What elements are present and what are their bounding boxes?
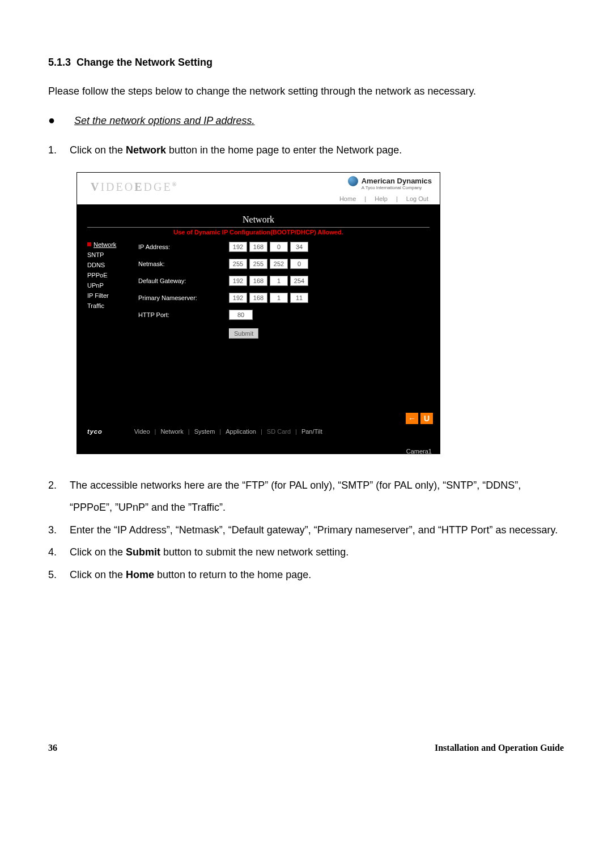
u-button[interactable]: U bbox=[420, 413, 433, 424]
bullet-icon: ● bbox=[48, 114, 55, 126]
dns-octet-2[interactable] bbox=[249, 293, 267, 303]
sidebar-item-upnp[interactable]: UPnP bbox=[87, 282, 129, 289]
step-2: 2. The accessible networks here are the … bbox=[48, 474, 564, 519]
bottom-tabs: tyco Video| Network| System| Application… bbox=[77, 426, 440, 437]
netmask-label: Netmask: bbox=[138, 260, 229, 267]
dns-octet-4[interactable] bbox=[290, 293, 308, 303]
dns-octet-3[interactable] bbox=[270, 293, 288, 303]
http-port-input[interactable] bbox=[229, 310, 253, 320]
tab-application[interactable]: Application bbox=[221, 428, 261, 435]
page-title: Network bbox=[77, 215, 440, 225]
tyco-logo: tyco bbox=[87, 428, 103, 435]
top-links: Home | Help | Log Out bbox=[336, 195, 432, 202]
back-button[interactable]: ← bbox=[406, 413, 418, 424]
brand-subtitle: A Tyco International Company bbox=[362, 185, 432, 190]
submit-button[interactable]: Submit bbox=[229, 328, 258, 339]
brand-name: American Dynamics bbox=[362, 177, 432, 185]
sidebar-item-pppoe[interactable]: PPPoE bbox=[87, 272, 129, 279]
gw-octet-3[interactable] bbox=[270, 276, 288, 286]
step-text: The accessible networks here are the “FT… bbox=[70, 474, 564, 519]
step-text: Enter the “IP Address”, “Netmask”, “Defa… bbox=[70, 519, 564, 542]
help-link[interactable]: Help bbox=[375, 195, 388, 202]
active-marker-icon bbox=[87, 242, 91, 246]
sidebar-item-sntp[interactable]: SNTP bbox=[87, 251, 129, 258]
section-heading: 5.1.3 Change the Network Setting bbox=[48, 57, 564, 69]
camera-label: Camera1 bbox=[406, 448, 432, 455]
mask-octet-2[interactable] bbox=[249, 259, 267, 269]
gateway-label: Default Gateway: bbox=[138, 277, 229, 284]
tab-system[interactable]: System bbox=[190, 428, 220, 435]
step-text: Click on the Submit button to submit the… bbox=[70, 541, 564, 564]
action-badges: ← U bbox=[406, 413, 433, 424]
divider bbox=[87, 227, 430, 228]
dns-label: Primary Nameserver: bbox=[138, 294, 229, 301]
mask-octet-3[interactable] bbox=[270, 259, 288, 269]
brand-block: American Dynamics A Tyco International C… bbox=[348, 176, 432, 190]
tab-pantilt[interactable]: Pan/Tilt bbox=[297, 428, 327, 435]
step-number: 1. bbox=[48, 139, 70, 162]
step-number: 5. bbox=[48, 564, 70, 587]
sidebar-item-network[interactable]: Network bbox=[87, 241, 129, 248]
ip-octet-3[interactable] bbox=[270, 242, 288, 252]
page-number: 36 bbox=[48, 743, 57, 753]
step-5: 5. Click on the Home button to return to… bbox=[48, 564, 564, 587]
arrow-left-icon: ← bbox=[408, 414, 416, 423]
footer-title: Installation and Operation Guide bbox=[435, 743, 564, 753]
ip-octet-4[interactable] bbox=[290, 242, 308, 252]
gw-octet-2[interactable] bbox=[249, 276, 267, 286]
dns-octet-1[interactable] bbox=[229, 293, 247, 303]
ip-octet-2[interactable] bbox=[249, 242, 267, 252]
bullet-text: Set the network options and IP address. bbox=[74, 115, 255, 127]
section-number: 5.1.3 bbox=[48, 57, 71, 68]
step-text: Click on the Home button to return to th… bbox=[70, 564, 564, 587]
home-link[interactable]: Home bbox=[339, 195, 356, 202]
sidebar: Network SNTP DDNS PPPoE UPnP IP Filter T… bbox=[87, 241, 129, 339]
videoedge-logo: VIDEOEDGE® bbox=[91, 181, 176, 194]
step-3: 3. Enter the “IP Address”, “Netmask”, “D… bbox=[48, 519, 564, 542]
dhcp-warning: Use of Dynamic IP Configuration(BOOTP/DH… bbox=[77, 229, 440, 236]
ip-address-label: IP Address: bbox=[138, 243, 229, 250]
network-form: IP Address: Netmask: bbox=[129, 241, 430, 339]
section-title: Change the Network Setting bbox=[76, 57, 212, 68]
intro-text: Please follow the steps below to change … bbox=[48, 85, 564, 97]
gw-octet-1[interactable] bbox=[229, 276, 247, 286]
step-number: 4. bbox=[48, 541, 70, 564]
tab-sdcard[interactable]: SD Card bbox=[262, 428, 295, 435]
globe-icon bbox=[348, 176, 358, 186]
network-settings-screenshot: VIDEOEDGE® American Dynamics A Tyco Inte… bbox=[76, 172, 440, 454]
step-text: Click on the Network button in the home … bbox=[70, 139, 564, 162]
bullet-item: ● Set the network options and IP address… bbox=[48, 114, 564, 127]
mask-octet-1[interactable] bbox=[229, 259, 247, 269]
sidebar-item-traffic[interactable]: Traffic bbox=[87, 302, 129, 309]
mask-octet-4[interactable] bbox=[290, 259, 308, 269]
step-1: 1. Click on the Network button in the ho… bbox=[48, 139, 564, 162]
page-footer: 36 Installation and Operation Guide bbox=[48, 743, 564, 753]
step-4: 4. Click on the Submit button to submit … bbox=[48, 541, 564, 564]
ip-octet-1[interactable] bbox=[229, 242, 247, 252]
tab-network[interactable]: Network bbox=[156, 428, 188, 435]
step-number: 3. bbox=[48, 519, 70, 542]
sidebar-item-ipfilter[interactable]: IP Filter bbox=[87, 292, 129, 299]
logout-link[interactable]: Log Out bbox=[406, 195, 428, 202]
http-port-label: HTTP Port: bbox=[138, 311, 229, 318]
step-number: 2. bbox=[48, 474, 70, 519]
gw-octet-4[interactable] bbox=[290, 276, 308, 286]
sidebar-item-ddns[interactable]: DDNS bbox=[87, 262, 129, 268]
tab-video[interactable]: Video bbox=[130, 428, 155, 435]
